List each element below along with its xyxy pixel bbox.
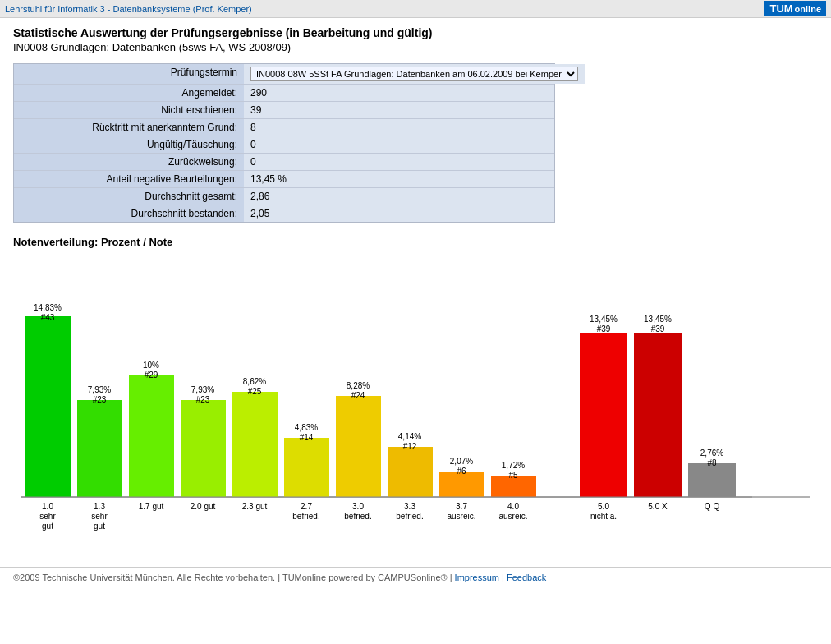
bar-50 [580,333,627,497]
bar-13-count: #23 [93,395,107,404]
bar-27-count: #14 [300,433,314,442]
durchschnitt-gesamt-label: Durchschnitt gesamt: [14,188,244,205]
bar-20-pct: 7,93% [191,385,214,394]
anteil-neg-row: Anteil negative Beurteilungen: 13,45 % [14,171,554,188]
bar-17 [129,375,174,497]
bar-30-label1: 3.0 [352,502,364,511]
ruecktritt-row: Rücktritt mit anerkanntem Grund: 8 [14,119,554,136]
pruefungstermin-row: Prüfungstermin IN0008 08W 5SSt FA Grundl… [14,64,554,85]
bar-27 [284,438,329,497]
durchschnitt-bestanden-label: Durchschnitt bestanden: [14,205,244,222]
bar-50-label2: nicht a. [590,512,617,521]
bar-27-pct: 4,83% [295,423,318,432]
bar-qq-count: #8 [707,458,717,467]
bar-30 [336,396,381,497]
bar-40-count: #5 [508,471,518,480]
bar-50-label1: 5.0 [598,502,609,511]
bar-30-label2: befried. [344,512,371,521]
durchschnitt-bestanden-row: Durchschnitt bestanden: 2,05 [14,205,554,222]
ruecktritt-label: Rücktritt mit anerkanntem Grund: [14,119,244,136]
angemeldet-row: Angemeldet: 290 [14,85,554,102]
bar-23-pct: 8,62% [243,377,266,386]
durchschnitt-bestanden-value: 2,05 [244,205,554,222]
bar-17-label1: 1.7 gut [139,502,164,511]
ungueltig-row: Ungültig/Täuschung: 0 [14,136,554,154]
bar-33 [388,447,433,497]
footer-copyright: ©2009 Technische Universität München. Al… [13,573,452,582]
durchschnitt-gesamt-row: Durchschnitt gesamt: 2,86 [14,188,554,205]
bar-10-pct: 14,83% [34,303,62,312]
bar-37-label1: 3.7 [456,502,467,511]
bar-20 [181,400,226,497]
zurueckweisung-value: 0 [244,154,554,170]
feedback-link[interactable]: Feedback [507,573,546,582]
bar-30-count: #24 [351,391,365,400]
anteil-neg-label: Anteil negative Beurteilungen: [14,171,244,187]
ruecktritt-value: 8 [244,119,554,136]
top-bar: Lehrstuhl für Informatik 3 - Datenbanksy… [0,0,831,18]
bar-50x [634,333,682,497]
bar-30-pct: 8,28% [347,381,370,390]
bar-qq-label1: Q Q [705,502,720,511]
bar-27-label1: 2.7 [301,502,312,511]
bar-10-label1: 1.0 [42,502,53,511]
stats-table: Prüfungstermin IN0008 08W 5SSt FA Grundl… [13,63,555,223]
bar-37-count: #6 [457,467,466,476]
durchschnitt-gesamt-value: 2,86 [244,188,554,205]
bar-23-count: #25 [248,387,262,396]
bar-13 [77,400,122,497]
page-subtitle: IN0008 Grundlagen: Datenbanken (5sws FA,… [13,41,818,53]
tum-text: TUM [769,2,792,15]
bar-50x-count: #39 [651,324,665,334]
bar-13-label3: gut [94,522,105,531]
bar-40-pct: 1,72% [502,461,525,470]
bar-qq [688,463,736,497]
pruefungstermin-label: Prüfungstermin [14,64,244,84]
bar-40-label2: ausreic. [498,512,527,521]
zurueckweisung-row: Zurückweisung: 0 [14,154,554,171]
tum-logo: TUM online [764,1,826,16]
bar-23-label1: 2.3 gut [242,502,268,511]
bar-20-label1: 2.0 gut [191,502,216,511]
online-text: online [795,4,821,14]
nicht-erschienen-row: Nicht erschienen: 39 [14,102,554,119]
ungueltig-label: Ungültig/Täuschung: [14,136,244,153]
bar-17-pct: 10% [143,361,159,370]
bar-10-label3: gut [42,522,53,531]
footer: ©2009 Technische Universität München. Al… [0,567,831,587]
chart-section: Notenverteilung: Prozent / Note 14,83% #… [13,236,818,542]
bar-13-pct: 7,93% [88,385,111,394]
angemeldet-value: 290 [244,85,554,101]
bar-50-pct: 13,45% [590,315,618,324]
bar-33-label1: 3.3 [404,502,416,511]
zurueckweisung-label: Zurückweisung: [14,154,244,170]
ungueltig-value: 0 [244,136,554,153]
bar-23 [232,392,278,497]
bar-10-count: #43 [41,313,55,322]
bar-13-label1: 1.3 [94,502,105,511]
bar-40-label1: 4.0 [507,502,519,511]
anteil-neg-value: 13,45 % [244,171,554,187]
bar-50-count: #39 [597,324,611,334]
angemeldet-label: Angemeldet: [14,85,244,101]
bar-qq-pct: 2,76% [700,448,723,458]
bar-10 [25,316,71,497]
pruefung-select[interactable]: IN0008 08W 5SSt FA Grundlagen: Datenbank… [250,67,578,81]
bar-33-label2: befried. [396,512,423,521]
main-content: Statistische Auswertung der Prüfungserge… [0,18,831,559]
nicht-erschienen-label: Nicht erschienen: [14,102,244,118]
bar-37-label2: ausreic. [447,512,475,521]
bar-33-count: #12 [403,442,417,451]
bar-37-pct: 2,07% [450,457,473,466]
bar-50x-pct: 13,45% [644,315,672,324]
bar-20-count: #23 [196,395,210,404]
impressum-link[interactable]: Impressum [455,573,499,582]
nicht-erschienen-value: 39 [244,102,554,118]
chart-title: Notenverteilung: Prozent / Note [13,236,818,248]
page-title: Statistische Auswertung der Prüfungserge… [13,26,818,39]
pruefungstermin-value: IN0008 08W 5SSt FA Grundlagen: Datenbank… [244,64,585,84]
bar-33-pct: 4,14% [398,432,421,441]
chart-svg: 14,83% #43 1.0 sehr gut 7,93% #23 1.3 se… [13,255,818,542]
bar-17-count: #29 [145,370,158,380]
course-link[interactable]: Lehrstuhl für Informatik 3 - Datenbanksy… [5,4,252,14]
